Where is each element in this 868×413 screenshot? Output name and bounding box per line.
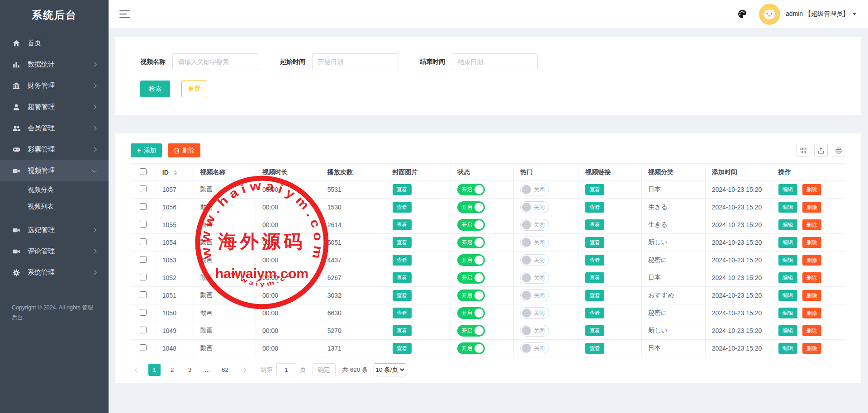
start-date-input[interactable]: [312, 53, 398, 70]
bulk-delete-button[interactable]: 删除: [168, 143, 200, 157]
row-checkbox[interactable]: [140, 309, 147, 316]
delete-button[interactable]: 删除: [802, 290, 821, 301]
hot-toggle[interactable]: 关闭: [520, 184, 549, 195]
view-link-button[interactable]: 查看: [585, 255, 604, 266]
edit-button[interactable]: 编辑: [778, 290, 797, 301]
edit-button[interactable]: 编辑: [778, 202, 797, 213]
sidebar-item-lottery[interactable]: 彩票管理: [0, 139, 109, 160]
view-link-button[interactable]: 查看: [585, 325, 604, 336]
export-button[interactable]: [814, 144, 828, 157]
video-name-input[interactable]: [172, 53, 258, 70]
delete-button[interactable]: 删除: [802, 308, 821, 318]
sort-icon[interactable]: [174, 170, 177, 176]
row-checkbox[interactable]: [140, 274, 147, 280]
row-checkbox[interactable]: [140, 238, 147, 245]
view-link-button[interactable]: 查看: [585, 308, 604, 318]
view-link-button[interactable]: 查看: [585, 184, 604, 195]
row-checkbox[interactable]: [140, 291, 147, 298]
hot-toggle[interactable]: 关闭: [520, 325, 549, 337]
delete-button[interactable]: 删除: [802, 237, 821, 248]
sidebar-item-video[interactable]: 视频管理: [0, 160, 109, 181]
page-button-2[interactable]: 2: [166, 364, 178, 376]
hot-toggle[interactable]: 关闭: [520, 272, 549, 284]
edit-button[interactable]: 编辑: [778, 325, 797, 336]
view-cover-button[interactable]: 查看: [393, 255, 412, 266]
view-cover-button[interactable]: 查看: [393, 308, 412, 318]
view-link-button[interactable]: 查看: [585, 290, 604, 301]
select-all-checkbox[interactable]: [140, 168, 147, 175]
edit-button[interactable]: 编辑: [778, 184, 797, 195]
hot-toggle[interactable]: 关闭: [520, 307, 549, 319]
hot-toggle[interactable]: 关闭: [520, 237, 549, 248]
status-toggle[interactable]: 开启: [457, 201, 485, 213]
sidebar-item-finance[interactable]: 财务管理: [0, 75, 109, 96]
status-toggle[interactable]: 开启: [457, 342, 485, 354]
status-toggle[interactable]: 开启: [457, 254, 485, 266]
search-button[interactable]: 检索: [140, 81, 170, 97]
status-toggle[interactable]: 开启: [457, 325, 485, 337]
edit-button[interactable]: 编辑: [778, 308, 797, 318]
page-size-select[interactable]: 10 条/页: [374, 363, 406, 376]
delete-button[interactable]: 删除: [802, 343, 821, 354]
page-button-1[interactable]: 1: [148, 364, 161, 376]
hot-toggle[interactable]: 关闭: [520, 201, 549, 213]
row-checkbox[interactable]: [140, 327, 147, 333]
view-cover-button[interactable]: 查看: [393, 325, 412, 336]
end-date-input[interactable]: [452, 53, 538, 70]
edit-button[interactable]: 编辑: [778, 272, 797, 283]
jump-page-input[interactable]: [276, 363, 296, 376]
page-button-62[interactable]: 62: [219, 364, 231, 376]
delete-button[interactable]: 删除: [802, 184, 821, 195]
status-toggle[interactable]: 开启: [457, 219, 485, 231]
view-link-button[interactable]: 查看: [585, 202, 604, 213]
user-menu[interactable]: admin 【超级管理员】: [786, 10, 856, 18]
edit-button[interactable]: 编辑: [778, 237, 797, 248]
view-cover-button[interactable]: 查看: [393, 219, 412, 230]
edit-button[interactable]: 编辑: [778, 343, 797, 354]
page-button-3[interactable]: 3: [184, 364, 196, 376]
toggle-columns-button[interactable]: [797, 144, 810, 157]
status-toggle[interactable]: 开启: [457, 272, 485, 284]
view-link-button[interactable]: 查看: [585, 343, 604, 354]
view-link-button[interactable]: 查看: [585, 237, 604, 248]
edit-button[interactable]: 编辑: [778, 255, 797, 266]
view-cover-button[interactable]: 查看: [393, 202, 412, 213]
row-checkbox[interactable]: [140, 203, 147, 210]
view-cover-button[interactable]: 查看: [393, 184, 412, 195]
hot-toggle[interactable]: 关闭: [520, 254, 549, 266]
reset-button[interactable]: 重置: [181, 81, 207, 97]
sidebar-item-comments[interactable]: 评论管理: [0, 241, 109, 262]
row-checkbox[interactable]: [140, 221, 147, 228]
edit-button[interactable]: 编辑: [778, 219, 797, 230]
hot-toggle[interactable]: 关闭: [520, 342, 549, 354]
sidebar-subitem-video-category[interactable]: 视频分类: [0, 181, 109, 198]
view-cover-button[interactable]: 查看: [393, 290, 412, 301]
delete-button[interactable]: 删除: [802, 255, 821, 266]
row-checkbox[interactable]: [140, 185, 147, 192]
next-page-button[interactable]: [238, 364, 251, 376]
sidebar-item-statistics[interactable]: 数据统计: [0, 54, 109, 75]
hot-toggle[interactable]: 关闭: [520, 290, 549, 301]
theme-palette-icon[interactable]: [737, 9, 747, 19]
delete-button[interactable]: 删除: [802, 272, 821, 283]
avatar[interactable]: [759, 4, 780, 25]
delete-button[interactable]: 删除: [802, 219, 821, 230]
sidebar-item-members[interactable]: 会员管理: [0, 118, 109, 139]
row-checkbox[interactable]: [140, 344, 147, 351]
status-toggle[interactable]: 开启: [457, 307, 485, 319]
delete-button[interactable]: 删除: [802, 325, 821, 336]
prev-page-button[interactable]: [131, 364, 143, 376]
sidebar-item-system[interactable]: 系统管理: [0, 262, 109, 283]
sidebar-item-xuanfei[interactable]: 选妃管理: [0, 219, 109, 241]
jump-confirm-button[interactable]: 确定: [313, 363, 336, 376]
sidebar-item-superadmin[interactable]: 超管管理: [0, 96, 109, 118]
status-toggle[interactable]: 开启: [457, 184, 485, 195]
view-cover-button[interactable]: 查看: [393, 272, 412, 283]
view-link-button[interactable]: 查看: [585, 219, 604, 230]
hamburger-menu-icon[interactable]: [119, 10, 130, 18]
view-cover-button[interactable]: 查看: [393, 343, 412, 354]
row-checkbox[interactable]: [140, 256, 147, 263]
hot-toggle[interactable]: 关闭: [520, 219, 549, 231]
delete-button[interactable]: 删除: [802, 202, 821, 213]
sidebar-item-home[interactable]: 首页: [0, 33, 109, 54]
